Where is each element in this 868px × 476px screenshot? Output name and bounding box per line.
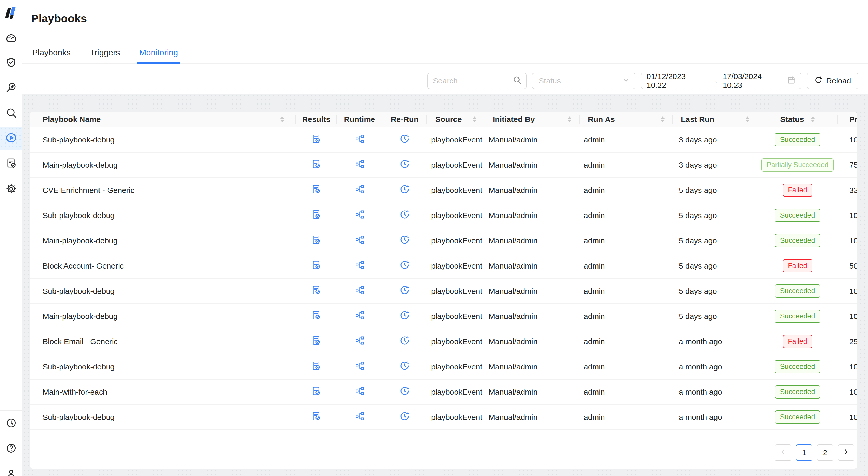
table-row[interactable]: Main-playbook-debug (30, 304, 857, 329)
pagination-page-1[interactable]: 1 (796, 444, 812, 461)
runtime-flow-icon[interactable] (354, 335, 365, 348)
rerun-cell (382, 335, 427, 348)
table-row[interactable]: Sub-playbook-debug (30, 127, 857, 153)
search-input[interactable] (428, 77, 508, 85)
content-background: Playbook Name Results Runtime Re-Run Sou… (22, 94, 868, 476)
tab-playbooks[interactable]: Playbooks (31, 41, 72, 63)
runtime-flow-icon[interactable] (354, 159, 365, 171)
runtime-flow-icon[interactable] (354, 386, 365, 398)
results-report-icon[interactable] (311, 285, 321, 297)
help-icon (5, 443, 17, 455)
sidebar-item-history[interactable] (0, 412, 22, 435)
rerun-history-icon[interactable] (399, 184, 410, 196)
brand-logo[interactable] (6, 6, 18, 20)
runtime-cell (337, 260, 382, 272)
table-row[interactable]: Sub-playbook-debug (30, 405, 857, 430)
table-row[interactable]: Main-playbook-debug (30, 153, 857, 178)
table-row[interactable]: Main-with-for-each (30, 380, 857, 405)
results-report-icon[interactable] (311, 184, 321, 196)
runtime-flow-icon[interactable] (354, 133, 365, 146)
runtime-flow-icon[interactable] (354, 184, 365, 196)
col-header-status[interactable]: Status (757, 112, 838, 127)
pagination-next-button[interactable] (838, 444, 855, 461)
sort-icon[interactable] (811, 116, 815, 122)
sidebar-item-settings[interactable] (0, 178, 22, 201)
runtime-flow-icon[interactable] (354, 361, 365, 373)
col-header-source[interactable]: Source (427, 112, 485, 127)
sort-icon[interactable] (745, 116, 749, 122)
sidebar-item-playbooks[interactable] (0, 127, 22, 150)
rerun-history-icon[interactable] (399, 235, 410, 247)
table-row[interactable]: Sub-playbook-debug (30, 279, 857, 304)
results-report-icon[interactable] (311, 235, 321, 247)
sidebar-item-help[interactable] (0, 437, 22, 460)
date-range-picker[interactable]: 01/12/2023 10:22 → 17/03/2024 10:23 (641, 72, 802, 89)
sidebar-item-investigate[interactable] (0, 77, 22, 100)
sort-icon[interactable] (661, 116, 665, 122)
status-badge: Succeeded (775, 411, 820, 424)
rerun-history-icon[interactable] (399, 310, 410, 322)
date-to[interactable]: 17/03/2024 10:23 (723, 72, 783, 90)
results-report-icon[interactable] (311, 209, 321, 221)
pagination-prev-button[interactable] (775, 444, 791, 461)
col-header-initiated-by[interactable]: Initiated By (485, 112, 580, 127)
sidebar-item-dashboard[interactable] (0, 27, 22, 50)
rerun-history-icon[interactable] (399, 133, 410, 146)
results-report-icon[interactable] (311, 260, 321, 272)
results-report-icon[interactable] (311, 133, 321, 146)
rerun-history-icon[interactable] (399, 335, 410, 348)
table-row[interactable]: CVE Enrichment - Generic (30, 178, 857, 203)
results-report-icon[interactable] (311, 159, 321, 171)
results-report-icon[interactable] (311, 310, 321, 322)
status-select[interactable]: Status (532, 72, 636, 89)
initiated-by-cell: Manual/admin (485, 161, 580, 170)
rerun-history-icon[interactable] (399, 260, 410, 272)
rerun-history-icon[interactable] (399, 361, 410, 373)
runtime-flow-icon[interactable] (354, 260, 365, 272)
table-row[interactable]: Sub-playbook-debug (30, 354, 857, 380)
table-row[interactable]: Block Account- Generic (30, 254, 857, 279)
date-from[interactable]: 01/12/2023 10:22 (647, 72, 707, 90)
runtime-flow-icon[interactable] (354, 285, 365, 297)
col-header-run-as[interactable]: Run As (580, 112, 673, 127)
sort-icon[interactable] (472, 116, 476, 122)
col-header-playbook-name[interactable]: Playbook Name (30, 112, 296, 127)
status-badge: Succeeded (775, 133, 820, 146)
rerun-history-icon[interactable] (399, 209, 410, 221)
col-header-last-run[interactable]: Last Run (673, 112, 757, 127)
table-row[interactable]: Main-playbook-debug (30, 228, 857, 254)
rerun-history-icon[interactable] (399, 411, 410, 423)
pagination-page-2[interactable]: 2 (817, 444, 833, 461)
runtime-flow-icon[interactable] (354, 411, 365, 423)
reload-button[interactable]: Reload (807, 72, 858, 89)
status-badge: Succeeded (775, 360, 820, 373)
progress-cell: 75 (838, 161, 857, 170)
tab-triggers[interactable]: Triggers (89, 41, 121, 63)
sidebar-item-reports[interactable] (0, 152, 22, 175)
table-row[interactable]: Block Email - Generic (30, 329, 857, 354)
sort-icon[interactable] (280, 116, 284, 122)
rerun-history-icon[interactable] (399, 386, 410, 398)
runtime-flow-icon[interactable] (354, 209, 365, 221)
rerun-history-icon[interactable] (399, 285, 410, 297)
results-report-icon[interactable] (311, 361, 321, 373)
chevron-down-icon (622, 76, 630, 86)
runtime-flow-icon[interactable] (354, 235, 365, 247)
runtime-flow-icon[interactable] (354, 310, 365, 322)
sort-icon[interactable] (567, 116, 572, 122)
initiated-by-cell: Manual/admin (485, 186, 580, 195)
status-badge: Failed (783, 259, 812, 272)
results-report-icon[interactable] (311, 411, 321, 423)
sidebar-item-profile[interactable] (0, 462, 22, 476)
search-submit[interactable] (508, 76, 526, 86)
tab-monitoring[interactable]: Monitoring (138, 41, 179, 63)
rerun-history-icon[interactable] (399, 159, 410, 171)
sidebar-item-security[interactable] (0, 52, 22, 75)
results-report-icon[interactable] (311, 335, 321, 348)
last-run-cell: a month ago (673, 362, 757, 371)
progress-cell: 100 (838, 362, 857, 371)
results-report-icon[interactable] (311, 386, 321, 398)
results-cell (296, 310, 337, 322)
sidebar-item-search[interactable] (0, 102, 22, 125)
table-row[interactable]: Sub-playbook-debug (30, 203, 857, 228)
